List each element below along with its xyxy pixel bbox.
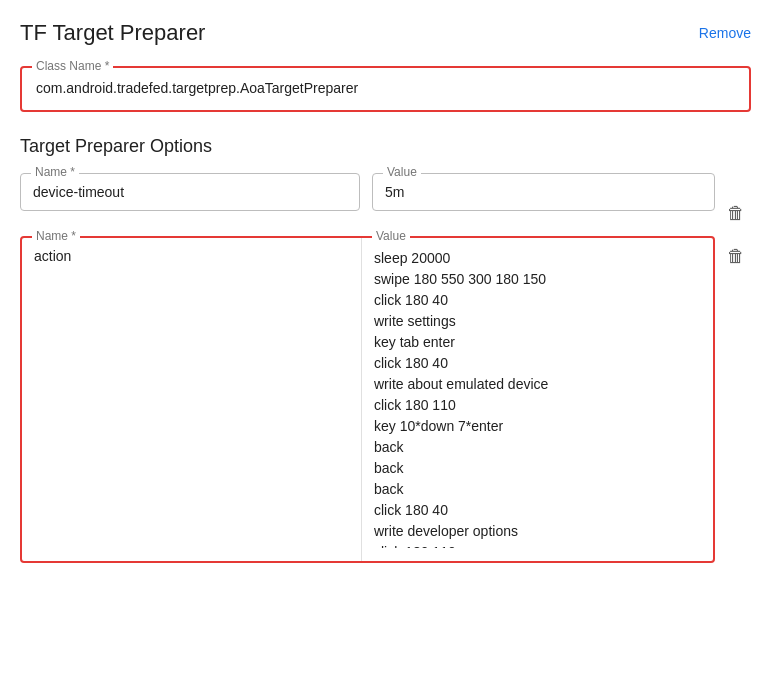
option-row-1: Name * Value 🗑 [20,173,751,224]
delete-col-1: 🗑 [727,173,751,224]
delete-col-2: 🗑 [727,236,751,267]
class-name-input[interactable] [36,80,735,96]
name-input-1[interactable] [33,184,347,200]
name-label-2: Name * [32,229,80,243]
option-row-2-highlighted: Name * Value [20,236,715,563]
option-name-col-2: Name * [22,238,362,561]
delete-button-1[interactable]: 🗑 [727,203,745,224]
value-label-2: Value [372,229,410,243]
section-title: Target Preparer Options [20,136,751,157]
option-value-col-1: Value [372,173,715,211]
remove-button[interactable]: Remove [699,25,751,41]
delete-button-2[interactable]: 🗑 [727,246,745,266]
name-field-box-1: Name * [20,173,360,211]
class-name-label: Class Name * [32,59,113,73]
class-name-field-group: Class Name * [20,66,751,112]
value-textarea-2[interactable] [374,248,701,548]
option-name-col-1: Name * [20,173,360,211]
value-field-box-1: Value [372,173,715,211]
page-title: TF Target Preparer [20,20,205,46]
value-label-1: Value [383,165,421,179]
name-label-1: Name * [31,165,79,179]
name-input-2[interactable] [34,248,349,264]
value-input-1[interactable] [385,184,702,200]
option-value-col-2: Value [362,238,713,561]
